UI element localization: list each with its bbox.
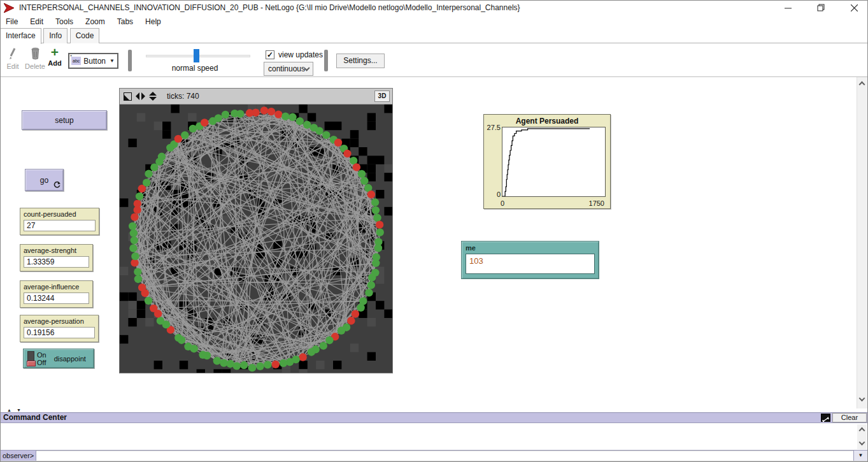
netlogo-logo-icon bbox=[4, 3, 15, 13]
interface-toolbar: Edit Delete + Add *abc Button ▼ normal s… bbox=[1, 43, 867, 77]
tab-interface[interactable]: Interface bbox=[0, 28, 41, 44]
command-input[interactable] bbox=[36, 451, 853, 461]
horizontal-arrows-icon[interactable] bbox=[136, 92, 145, 100]
clear-button[interactable]: Clear bbox=[832, 413, 867, 422]
x-tick-min: 0 bbox=[501, 199, 504, 207]
tab-info[interactable]: Info bbox=[43, 28, 68, 43]
window-title: INTERPERSONAL_CHANNELS_INNOVATION_DIFFUS… bbox=[19, 3, 520, 12]
expand-command-center-button[interactable] bbox=[821, 414, 830, 422]
minimize-button[interactable] bbox=[779, 2, 796, 13]
add-label: Add bbox=[46, 59, 63, 67]
close-icon bbox=[851, 4, 858, 11]
monitor-label: average-persuation bbox=[24, 317, 95, 325]
monitor-label: count-persuaded bbox=[24, 210, 96, 218]
observer-prompt[interactable]: observer> bbox=[1, 451, 36, 461]
3d-button[interactable]: 3D bbox=[374, 90, 390, 102]
view-updates-label: view updates bbox=[278, 50, 323, 59]
menu-bar: File Edit Tools Zoom Tabs Help bbox=[1, 15, 867, 28]
plot-area bbox=[502, 127, 606, 197]
me-input-widget: me 103 bbox=[461, 241, 599, 279]
edit-label: Edit bbox=[3, 62, 22, 70]
scroll-up-icon[interactable] bbox=[859, 428, 865, 434]
monitor-average-strenght: average-strenght 1.33359 bbox=[20, 244, 93, 271]
dropdown-arrow-icon: ▼ bbox=[110, 58, 115, 64]
agent-persuaded-plot: Agent Persuaded 27.5 0 0 1750 bbox=[483, 114, 611, 209]
scroll-down-icon[interactable] bbox=[859, 439, 865, 445]
history-dropdown-button[interactable]: ▼ bbox=[853, 451, 867, 461]
switch-toggle[interactable] bbox=[27, 351, 34, 366]
switch-on-label: On bbox=[37, 351, 46, 359]
monitor-label: average-strenght bbox=[24, 247, 89, 254]
ticks-counter: ticks: 740 bbox=[167, 92, 199, 101]
widget-type-selector[interactable]: *abc Button ▼ bbox=[68, 53, 118, 69]
menu-file[interactable]: File bbox=[1, 16, 25, 27]
settings-button[interactable]: Settings... bbox=[336, 54, 385, 68]
world-view-header: ticks: 740 3D bbox=[120, 89, 392, 105]
restore-icon bbox=[817, 4, 825, 11]
input-label: me bbox=[466, 244, 595, 252]
command-center-header: Command Center Clear bbox=[1, 412, 867, 423]
vertical-arrows-icon[interactable] bbox=[149, 92, 157, 101]
add-widget-button[interactable]: + Add bbox=[46, 47, 63, 67]
switch-off-label: Off bbox=[37, 359, 46, 366]
main-vertical-scrollbar[interactable] bbox=[857, 77, 867, 408]
restore-button[interactable] bbox=[813, 2, 829, 13]
disappoint-switch[interactable]: On Off disappoint bbox=[23, 349, 94, 368]
view-updates-checkbox[interactable]: ✓ bbox=[266, 50, 274, 59]
world-canvas[interactable] bbox=[120, 105, 392, 373]
output-scrollbar[interactable] bbox=[857, 424, 867, 449]
go-button-label: go bbox=[40, 176, 48, 185]
toolbar-separator-2 bbox=[324, 50, 328, 71]
update-mode-value: continuous bbox=[268, 64, 305, 73]
update-mode-dropdown[interactable]: continuous bbox=[264, 62, 313, 76]
menu-edit[interactable]: Edit bbox=[25, 16, 50, 27]
menu-help[interactable]: Help bbox=[140, 16, 168, 27]
check-icon: ✓ bbox=[267, 50, 273, 59]
widget-type-value: Button bbox=[83, 57, 106, 66]
switch-handle-icon[interactable] bbox=[27, 361, 36, 366]
monitor-average-influence: average-influence 0.13244 bbox=[20, 280, 93, 308]
expand-arrows-icon bbox=[822, 416, 830, 423]
interface-canvas: setup go count-persuaded 27 average-stre… bbox=[1, 77, 858, 408]
delete-label: Delete bbox=[22, 62, 48, 70]
command-center-title: Command Center bbox=[1, 413, 867, 422]
plot-line bbox=[502, 127, 605, 196]
speed-slider-label: normal speed bbox=[153, 64, 236, 73]
minimize-icon bbox=[785, 4, 792, 11]
plot-title: Agent Persuaded bbox=[484, 117, 610, 126]
input-value-field[interactable]: 103 bbox=[466, 254, 595, 274]
monitor-value: 1.33359 bbox=[24, 256, 89, 268]
y-tick-max: 27.5 bbox=[485, 124, 501, 131]
plus-icon: + bbox=[46, 47, 63, 58]
edit-widget-button[interactable]: Edit bbox=[3, 47, 22, 70]
monitor-count-persuaded: count-persuaded 27 bbox=[20, 208, 99, 235]
setup-button[interactable]: setup bbox=[22, 110, 107, 130]
trash-icon bbox=[31, 47, 40, 60]
command-input-row: observer> ▼ bbox=[1, 451, 867, 461]
delete-widget-button[interactable]: Delete bbox=[22, 47, 48, 70]
close-button[interactable] bbox=[846, 2, 862, 13]
menu-tabs[interactable]: Tabs bbox=[112, 16, 140, 27]
tab-bar: Interface Info Code bbox=[1, 28, 867, 43]
netlogo-window: INTERPERSONAL_CHANNELS_INNOVATION_DIFFUS… bbox=[0, 0, 868, 462]
toolbar-separator bbox=[128, 50, 132, 71]
resize-corner-icon[interactable] bbox=[124, 92, 132, 101]
menu-tools[interactable]: Tools bbox=[50, 16, 80, 27]
speed-slider-thumb[interactable] bbox=[194, 49, 199, 62]
button-widget-icon: *abc bbox=[71, 57, 81, 65]
x-tick-max: 1750 bbox=[589, 199, 604, 207]
command-center-output[interactable] bbox=[1, 423, 867, 451]
monitor-label: average-influence bbox=[24, 283, 89, 291]
pencil-icon bbox=[8, 47, 17, 60]
monitor-value: 27 bbox=[24, 220, 96, 231]
y-tick-min: 0 bbox=[485, 191, 501, 198]
tab-code[interactable]: Code bbox=[70, 28, 100, 43]
go-button[interactable]: go bbox=[25, 169, 64, 191]
scroll-down-icon[interactable] bbox=[859, 395, 865, 401]
setup-button-label: setup bbox=[55, 116, 73, 125]
world-view: ticks: 740 3D bbox=[119, 88, 393, 373]
forever-icon bbox=[53, 181, 60, 188]
switch-name: disappoint bbox=[54, 355, 86, 363]
scroll-up-icon[interactable] bbox=[859, 82, 865, 88]
menu-zoom[interactable]: Zoom bbox=[80, 16, 112, 27]
